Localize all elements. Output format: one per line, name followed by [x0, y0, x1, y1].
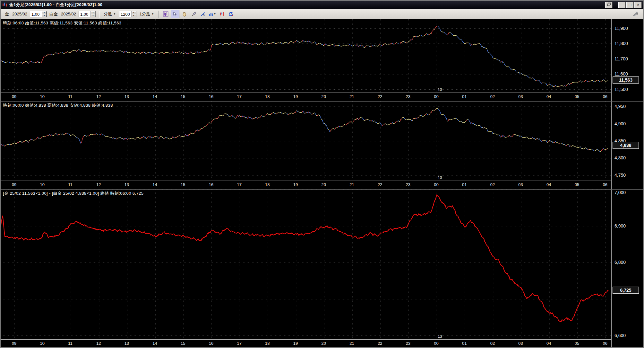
trendline-pen-icon — [201, 12, 206, 17]
x-axis-tick-label: 10 — [40, 94, 45, 99]
app-window: 金1分足[2025/02]1.00 - 白金1分足[2025/02]1.00 –… — [0, 0, 644, 348]
x-axis-tick-label: 20 — [322, 94, 326, 99]
candle-chart-button[interactable] — [217, 10, 226, 18]
x-axis-tick-label: 22 — [378, 341, 382, 346]
platinum-panel: 時刻:06:00 始値:4,838 高値:4,838 安値:4,838 終値:4… — [1, 101, 643, 189]
x-axis-tick-label: 05 — [575, 182, 579, 187]
x-axis-tick-label: 11 — [68, 94, 73, 99]
y-axis-tick-label: 4,800 — [614, 155, 626, 160]
platinum-symbol-label: 白金 — [49, 11, 58, 17]
x-axis-tick-label: 11 — [68, 182, 73, 187]
x-axis-tick-label: 04 — [546, 182, 551, 187]
x-axis-tick-label: 16 — [209, 341, 213, 346]
x-axis-tick-label: 19 — [293, 182, 298, 187]
platinum-chart-plot[interactable]: 時刻:06:00 始値:4,838 高値:4,838 安値:4,838 終値:4… — [1, 102, 611, 181]
float-window-button[interactable] — [605, 2, 613, 8]
maximize-button[interactable]: □ — [626, 2, 634, 8]
y-axis-tick-label: 11,800 — [614, 41, 628, 46]
maximize-icon: □ — [629, 3, 631, 7]
close-icon: × — [637, 3, 639, 7]
x-axis-tick-label: 14 — [152, 94, 157, 99]
spin-down-icon[interactable]: ▼ — [132, 14, 136, 17]
settings-button[interactable] — [632, 10, 640, 18]
chart-type-button[interactable] — [161, 10, 170, 18]
spin-up-icon[interactable]: ▲ — [91, 11, 95, 14]
y-axis-tick-label: 11,900 — [614, 26, 628, 31]
select-cursor-icon — [173, 12, 177, 17]
x-axis-tick-label: 03 — [518, 341, 523, 346]
period-combo[interactable]: 1分足 ▼ — [138, 11, 156, 18]
refresh-cr-icon — [228, 12, 234, 17]
date-label: 13 — [438, 175, 442, 180]
x-axis-tick-label: 16 — [209, 94, 213, 99]
x-axis-tick-label: 21 — [349, 341, 354, 346]
x-axis-tick-label: 02 — [490, 341, 495, 346]
x-axis-tick-label: 11 — [68, 341, 73, 346]
platinum-multiplier-value[interactable]: 1.00 — [79, 11, 90, 17]
pencil-icon — [191, 12, 196, 17]
x-axis-tick-label: 16 — [209, 182, 213, 187]
interval-type-combo[interactable]: 分足 ▼ — [102, 11, 117, 18]
x-axis-tick-label: 01 — [462, 94, 467, 99]
spread-chart-plot[interactable]: [金 25/02 11,563×1.00] - [白金 25/02 4,838×… — [1, 190, 611, 340]
x-axis-tick-label: 09 — [12, 182, 16, 187]
spread-y-axis[interactable]: 6,725 7,0006,9006,8006,600 — [611, 190, 643, 347]
x-axis-tick-label: 12 — [96, 94, 101, 99]
date-label: 13 — [438, 87, 442, 92]
x-axis-tick-label: 20 — [322, 341, 326, 346]
gold-symbol-label: 金 — [5, 11, 9, 17]
draw-pencil-button[interactable] — [189, 10, 198, 18]
y-axis-tick-label: 6,900 — [614, 223, 626, 228]
pan-tool-button[interactable] — [180, 10, 189, 18]
gold-chart-info: 時刻:06:00 始値:11,563 高値:11,563 安値:11,563 終… — [3, 20, 121, 26]
spin-down-icon[interactable]: ▼ — [91, 14, 95, 17]
x-axis-tick-label: 15 — [181, 341, 185, 346]
interval-type-value: 分足 — [104, 11, 112, 17]
bar-count-spinner[interactable]: 1200 ▲ ▼ — [119, 11, 136, 17]
x-axis-tick-label: 09 — [12, 341, 16, 346]
gold-multiplier-value[interactable]: 1.00 — [30, 11, 42, 17]
gold-x-axis: 0910111213141516171819202122230001020304… — [1, 93, 611, 100]
platinum-multiplier-spinner[interactable]: 1.00 ▲ ▼ — [79, 11, 96, 17]
minimize-button[interactable]: – — [618, 2, 626, 8]
wrench-icon — [633, 11, 639, 17]
hand-pan-icon — [182, 12, 187, 17]
x-axis-tick-label: 19 — [293, 94, 298, 99]
gold-chart-plot[interactable]: 時刻:06:00 始値:11,563 高値:11,563 安値:11,563 終… — [1, 19, 611, 93]
x-axis-tick-label: 06 — [603, 341, 607, 346]
x-axis-tick-label: 21 — [349, 182, 354, 187]
platinum-price-badge: 4,838 — [613, 142, 639, 149]
bar-chart-button[interactable]: ▼ — [208, 10, 217, 18]
x-axis-tick-label: 20 — [322, 182, 326, 187]
draw-line-button[interactable] — [199, 10, 207, 18]
chevron-down-icon: ▼ — [151, 13, 154, 15]
spin-up-icon[interactable]: ▲ — [42, 11, 47, 14]
platinum-chart-info: 時刻:06:00 始値:4,838 高値:4,838 安値:4,838 終値:4… — [3, 103, 113, 108]
y-axis-tick-label: 6,600 — [614, 333, 626, 338]
date-label: 13 — [438, 334, 442, 339]
x-axis-tick-label: 18 — [265, 182, 270, 187]
x-axis-tick-label: 17 — [237, 182, 241, 187]
bar-count-value[interactable]: 1200 — [119, 11, 131, 17]
x-axis-tick-label: 18 — [265, 341, 270, 346]
chart-area: 時刻:06:00 始値:11,563 高値:11,563 安値:11,563 終… — [1, 19, 643, 347]
bar-chart-icon — [209, 12, 213, 16]
select-tool-button[interactable] — [171, 10, 179, 18]
spread-price-badge: 6,725 — [613, 287, 639, 294]
platinum-x-axis: 0910111213141516171819202122230001020304… — [1, 181, 611, 188]
refresh-button[interactable] — [227, 10, 235, 18]
gold-multiplier-spinner[interactable]: 1.00 ▲ ▼ — [30, 11, 47, 17]
platinum-y-axis[interactable]: 4,838 4,9504,9004,8504,8004,750 — [611, 102, 643, 189]
spin-down-icon[interactable]: ▼ — [42, 14, 47, 17]
float-window-icon — [607, 3, 611, 6]
gold-y-axis[interactable]: 11,563 11,90011,80011,70011,60011,500 — [611, 19, 643, 101]
x-axis-tick-label: 01 — [462, 341, 467, 346]
close-button[interactable]: × — [634, 2, 642, 8]
gold-panel: 時刻:06:00 始値:11,563 高値:11,563 安値:11,563 終… — [1, 19, 643, 101]
app-icon — [2, 3, 7, 7]
gold-price-badge: 11,563 — [613, 76, 639, 84]
x-axis-tick-label: 03 — [518, 94, 523, 99]
x-axis-tick-label: 13 — [125, 341, 129, 346]
spin-up-icon[interactable]: ▲ — [132, 11, 136, 14]
titlebar: 金1分足[2025/02]1.00 - 白金1分足[2025/02]1.00 –… — [1, 1, 643, 9]
